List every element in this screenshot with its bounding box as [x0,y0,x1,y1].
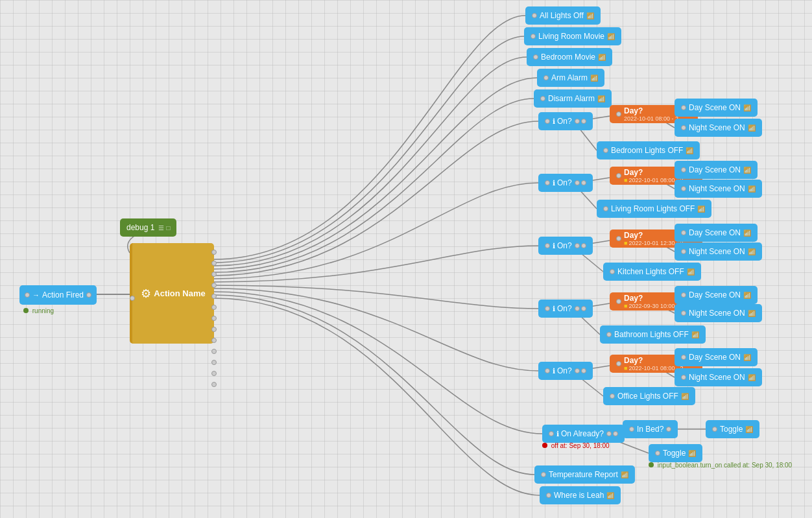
all-lights-off-node[interactable]: All Lights Off 📶 [525,6,601,25]
output-port-8 [211,327,217,332]
on5-node[interactable]: ℹ On? [538,362,593,380]
port-right [666,427,671,432]
port-right2 [581,306,586,311]
on-already-label: On Already? [561,429,604,438]
bedroom-movie-node[interactable]: Bedroom Movie 📶 [527,48,612,66]
day-scene-on2-label: Day Scene ON [689,165,741,174]
night-scene-on3-node[interactable]: Night Scene ON 📶 [675,242,762,261]
on2-label: On? [557,178,572,187]
port-left [25,292,30,298]
on1-label: On? [557,117,572,126]
bathroom-lights-off-node[interactable]: Bathroom Lights OFF 📶 [600,325,706,344]
all-lights-off-label: All Lights Off [540,11,584,20]
wifi-icon: 📶 [687,268,695,276]
port-left [681,292,686,298]
port-left [606,332,612,337]
day-scene-on2-node[interactable]: Day Scene ON 📶 [675,161,758,179]
day-scene-on5-node[interactable]: Day Scene ON 📶 [675,348,758,366]
day-scene-on5-label: Day Scene ON [689,353,741,362]
debug1-node[interactable]: debug 1 ☰ □ [120,218,176,237]
port-left [616,361,621,366]
wifi-icon: 📶 [681,393,689,400]
port-right2 [581,243,586,248]
bedroom-movie-label: Bedroom Movie [541,53,595,62]
day-scene-on3-node[interactable]: Day Scene ON 📶 [675,224,758,242]
disarm-alarm-node[interactable]: Disarm Alarm 📶 [534,89,612,108]
action-fired-status: running [23,307,54,314]
port-left [616,112,621,117]
wifi-icon: 📶 [607,33,615,40]
night-scene-on2-node[interactable]: Night Scene ON 📶 [675,180,762,198]
wifi-icon: 📶 [598,54,606,61]
action-name-node[interactable]: ⚙ Action Name [130,243,214,344]
living-room-lights-off-node[interactable]: Living Room Lights OFF 📶 [597,200,711,218]
where-is-leah-node[interactable]: Where is Leah 📶 [540,486,621,504]
port-left [681,167,686,172]
port-left [655,451,660,456]
office-lights-off-node[interactable]: Office Lights OFF 📶 [603,387,695,405]
port-right2 [613,431,618,436]
office-lights-off-label: Office Lights OFF [617,392,678,401]
port-right [575,119,580,124]
action-fired-node[interactable]: → Action Fired [19,285,97,305]
wifi-icon: 📶 [748,185,756,193]
night-scene-on4-label: Night Scene ON [689,309,745,318]
disarm-alarm-label: Disarm Alarm [548,94,595,103]
port-left [545,243,550,248]
arm-alarm-node[interactable]: Arm Alarm 📶 [537,69,604,87]
wifi-icon: 📶 [743,354,751,361]
port-left [546,493,551,498]
port-left [603,206,608,211]
port-right [575,368,580,373]
port-left [681,249,686,254]
bedroom-lights-off-node[interactable]: Bedroom Lights OFF 📶 [597,141,700,159]
on4-label: On? [557,304,572,313]
living-room-movie-node[interactable]: Living Room Movie 📶 [524,27,621,45]
port-right [575,243,580,248]
port-left [533,54,538,60]
port-right [606,431,612,436]
night-scene-on4-node[interactable]: Night Scene ON 📶 [675,304,762,322]
day-scene-on1-node[interactable]: Day Scene ON 📶 [675,99,758,117]
day-scene-on1-label: Day Scene ON [689,103,741,112]
on1-node[interactable]: ℹ On? [538,112,593,130]
status-red-dot [542,443,547,448]
night-scene-on5-node[interactable]: Night Scene ON 📶 [675,368,762,386]
on3-node[interactable]: ℹ On? [538,237,593,255]
wifi-icon: 📶 [748,310,756,317]
output-port-3 [211,272,217,277]
wifi-icon: 📶 [743,104,751,112]
wifi-icon: 📶 [745,426,753,433]
wifi-icon: 📶 [743,230,751,237]
wifi-icon: 📶 [697,206,705,213]
in-bed-node[interactable]: In Bed? [623,420,678,438]
output-port-13 [211,382,217,387]
toggle1-node[interactable]: Toggle 📶 [706,420,759,438]
port-left [681,375,686,380]
wifi-icon: 📶 [691,331,699,338]
port-left [540,96,545,101]
temperature-report-node[interactable]: Temperature Report 📶 [534,465,635,484]
on4-node[interactable]: ℹ On? [538,300,593,318]
wifi-icon: 📶 [686,147,693,154]
night-scene-on1-node[interactable]: Night Scene ON 📶 [675,119,762,137]
output-port-11 [211,360,217,365]
on2-node[interactable]: ℹ On? [538,174,593,192]
kitchen-lights-off-node[interactable]: Kitchen Lights OFF 📶 [603,263,701,281]
port-left [681,311,686,316]
day-scene-on4-node[interactable]: Day Scene ON 📶 [675,286,758,304]
port-left [545,180,550,185]
bedroom-lights-off-label: Bedroom Lights OFF [611,146,683,155]
port-left [681,355,686,360]
wifi-icon: 📶 [748,124,756,132]
status-dot [23,308,29,313]
port-left [616,173,621,178]
port-left [545,119,550,124]
on-already-status: off at: Sep 30, 18:00 [542,442,610,449]
port-right2 [581,368,586,373]
night-scene-on1-label: Night Scene ON [689,123,745,132]
on-already-node[interactable]: ℹ On Already? [542,425,625,443]
day-scene-on4-label: Day Scene ON [689,290,741,300]
output-port-1 [211,250,217,255]
toggle2-node[interactable]: Toggle 📶 [649,444,702,462]
